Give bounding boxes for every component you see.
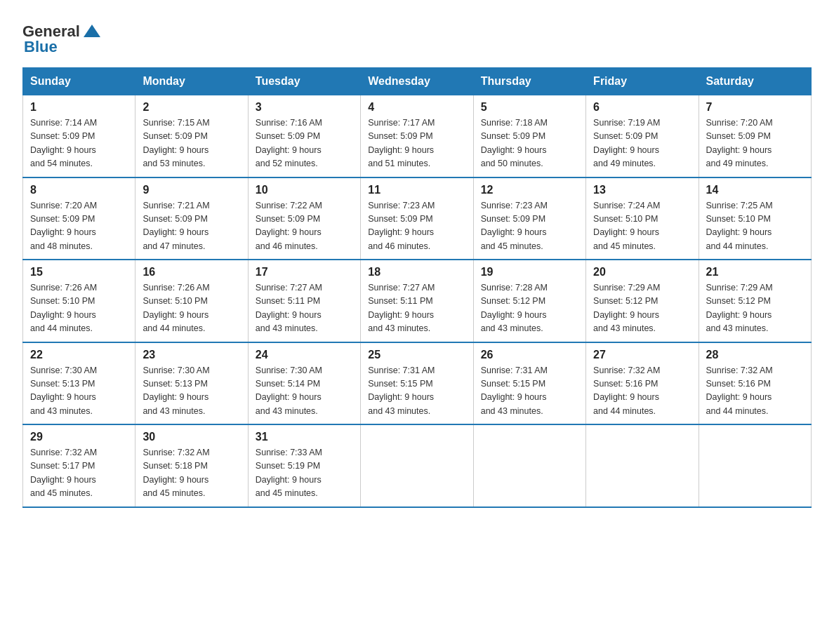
day-info: Sunrise: 7:32 AMSunset: 5:17 PMDaylight:… <box>30 446 128 501</box>
day-info: Sunrise: 7:25 AMSunset: 5:10 PMDaylight:… <box>706 199 804 254</box>
calendar-cell: 28Sunrise: 7:32 AMSunset: 5:16 PMDayligh… <box>699 342 811 425</box>
day-number: 9 <box>143 184 240 196</box>
weekday-header-friday: Friday <box>586 68 699 95</box>
day-number: 25 <box>368 349 465 361</box>
day-info: Sunrise: 7:26 AMSunset: 5:10 PMDaylight:… <box>143 281 240 336</box>
calendar-cell: 22Sunrise: 7:30 AMSunset: 5:13 PMDayligh… <box>23 342 135 425</box>
day-info: Sunrise: 7:19 AMSunset: 5:09 PMDaylight:… <box>593 116 691 171</box>
day-number: 14 <box>706 184 804 196</box>
day-number: 13 <box>593 184 691 196</box>
day-info: Sunrise: 7:24 AMSunset: 5:10 PMDaylight:… <box>593 199 691 254</box>
calendar-cell: 1Sunrise: 7:14 AMSunset: 5:09 PMDaylight… <box>23 95 135 177</box>
calendar-week-row: 1Sunrise: 7:14 AMSunset: 5:09 PMDaylight… <box>23 95 812 177</box>
day-info: Sunrise: 7:23 AMSunset: 5:09 PMDaylight:… <box>368 199 465 254</box>
calendar-cell <box>473 424 585 507</box>
day-number: 23 <box>143 349 240 361</box>
calendar-cell: 6Sunrise: 7:19 AMSunset: 5:09 PMDaylight… <box>586 95 699 177</box>
day-number: 18 <box>368 266 465 279</box>
day-info: Sunrise: 7:32 AMSunset: 5:16 PMDaylight:… <box>593 364 691 419</box>
calendar-cell: 7Sunrise: 7:20 AMSunset: 5:09 PMDaylight… <box>699 95 811 177</box>
calendar-cell: 9Sunrise: 7:21 AMSunset: 5:09 PMDaylight… <box>135 177 248 260</box>
day-number: 17 <box>256 266 353 279</box>
weekday-header-saturday: Saturday <box>699 68 811 95</box>
day-info: Sunrise: 7:27 AMSunset: 5:11 PMDaylight:… <box>368 281 465 336</box>
day-info: Sunrise: 7:30 AMSunset: 5:13 PMDaylight:… <box>30 364 128 419</box>
day-number: 15 <box>30 266 128 279</box>
day-number: 22 <box>30 349 128 361</box>
day-number: 2 <box>143 101 240 114</box>
weekday-header-tuesday: Tuesday <box>248 68 360 95</box>
calendar-week-row: 8Sunrise: 7:20 AMSunset: 5:09 PMDaylight… <box>23 177 812 260</box>
day-number: 10 <box>256 184 353 196</box>
day-info: Sunrise: 7:28 AMSunset: 5:12 PMDaylight:… <box>481 281 578 336</box>
calendar-header-row: SundayMondayTuesdayWednesdayThursdayFrid… <box>23 68 812 95</box>
calendar-cell: 27Sunrise: 7:32 AMSunset: 5:16 PMDayligh… <box>586 342 699 425</box>
day-info: Sunrise: 7:14 AMSunset: 5:09 PMDaylight:… <box>30 116 128 171</box>
calendar-cell: 21Sunrise: 7:29 AMSunset: 5:12 PMDayligh… <box>699 260 811 342</box>
day-number: 11 <box>368 184 465 196</box>
calendar-week-row: 22Sunrise: 7:30 AMSunset: 5:13 PMDayligh… <box>23 342 812 425</box>
weekday-header-sunday: Sunday <box>23 68 135 95</box>
day-number: 27 <box>593 349 691 361</box>
day-info: Sunrise: 7:17 AMSunset: 5:09 PMDaylight:… <box>368 116 465 171</box>
calendar-cell: 4Sunrise: 7:17 AMSunset: 5:09 PMDaylight… <box>361 95 473 177</box>
day-info: Sunrise: 7:15 AMSunset: 5:09 PMDaylight:… <box>143 116 240 171</box>
day-info: Sunrise: 7:18 AMSunset: 5:09 PMDaylight:… <box>481 116 578 171</box>
calendar-cell: 13Sunrise: 7:24 AMSunset: 5:10 PMDayligh… <box>586 177 699 260</box>
calendar-week-row: 15Sunrise: 7:26 AMSunset: 5:10 PMDayligh… <box>23 260 812 342</box>
logo-icon <box>83 22 101 41</box>
day-number: 28 <box>706 349 804 361</box>
calendar-cell: 24Sunrise: 7:30 AMSunset: 5:14 PMDayligh… <box>248 342 360 425</box>
day-info: Sunrise: 7:20 AMSunset: 5:09 PMDaylight:… <box>706 116 804 171</box>
calendar-cell: 23Sunrise: 7:30 AMSunset: 5:13 PMDayligh… <box>135 342 248 425</box>
calendar-cell: 14Sunrise: 7:25 AMSunset: 5:10 PMDayligh… <box>699 177 811 260</box>
weekday-header-monday: Monday <box>135 68 248 95</box>
day-number: 1 <box>30 101 128 114</box>
calendar-cell <box>361 424 473 507</box>
day-number: 31 <box>256 431 353 443</box>
day-number: 4 <box>368 101 465 114</box>
svg-marker-0 <box>84 25 100 37</box>
calendar-cell <box>586 424 699 507</box>
calendar-cell: 2Sunrise: 7:15 AMSunset: 5:09 PMDaylight… <box>135 95 248 177</box>
calendar-cell: 8Sunrise: 7:20 AMSunset: 5:09 PMDaylight… <box>23 177 135 260</box>
calendar-cell: 19Sunrise: 7:28 AMSunset: 5:12 PMDayligh… <box>473 260 585 342</box>
calendar-table: SundayMondayTuesdayWednesdayThursdayFrid… <box>22 67 812 508</box>
day-info: Sunrise: 7:22 AMSunset: 5:09 PMDaylight:… <box>256 199 353 254</box>
day-info: Sunrise: 7:29 AMSunset: 5:12 PMDaylight:… <box>706 281 804 336</box>
day-number: 6 <box>593 101 691 114</box>
logo-text-blue: Blue <box>24 38 58 56</box>
day-info: Sunrise: 7:33 AMSunset: 5:19 PMDaylight:… <box>256 446 353 501</box>
calendar-cell: 30Sunrise: 7:32 AMSunset: 5:18 PMDayligh… <box>135 424 248 507</box>
calendar-cell: 12Sunrise: 7:23 AMSunset: 5:09 PMDayligh… <box>473 177 585 260</box>
day-info: Sunrise: 7:32 AMSunset: 5:16 PMDaylight:… <box>706 364 804 419</box>
calendar-cell: 3Sunrise: 7:16 AMSunset: 5:09 PMDaylight… <box>248 95 360 177</box>
day-number: 7 <box>706 101 804 114</box>
calendar-cell: 25Sunrise: 7:31 AMSunset: 5:15 PMDayligh… <box>361 342 473 425</box>
day-info: Sunrise: 7:21 AMSunset: 5:09 PMDaylight:… <box>143 199 240 254</box>
calendar-week-row: 29Sunrise: 7:32 AMSunset: 5:17 PMDayligh… <box>23 424 812 507</box>
day-info: Sunrise: 7:26 AMSunset: 5:10 PMDaylight:… <box>30 281 128 336</box>
calendar-cell: 20Sunrise: 7:29 AMSunset: 5:12 PMDayligh… <box>586 260 699 342</box>
calendar-cell: 10Sunrise: 7:22 AMSunset: 5:09 PMDayligh… <box>248 177 360 260</box>
day-number: 20 <box>593 266 691 279</box>
day-info: Sunrise: 7:27 AMSunset: 5:11 PMDaylight:… <box>256 281 353 336</box>
day-number: 3 <box>256 101 353 114</box>
calendar-cell: 15Sunrise: 7:26 AMSunset: 5:10 PMDayligh… <box>23 260 135 342</box>
calendar-cell: 16Sunrise: 7:26 AMSunset: 5:10 PMDayligh… <box>135 260 248 342</box>
calendar-cell: 18Sunrise: 7:27 AMSunset: 5:11 PMDayligh… <box>361 260 473 342</box>
calendar-cell: 31Sunrise: 7:33 AMSunset: 5:19 PMDayligh… <box>248 424 360 507</box>
calendar-cell: 17Sunrise: 7:27 AMSunset: 5:11 PMDayligh… <box>248 260 360 342</box>
day-number: 24 <box>256 349 353 361</box>
page-header: General Blue <box>22 17 812 56</box>
day-number: 16 <box>143 266 240 279</box>
day-number: 21 <box>706 266 804 279</box>
day-info: Sunrise: 7:23 AMSunset: 5:09 PMDaylight:… <box>481 199 578 254</box>
day-number: 30 <box>143 431 240 443</box>
day-info: Sunrise: 7:30 AMSunset: 5:14 PMDaylight:… <box>256 364 353 419</box>
day-info: Sunrise: 7:30 AMSunset: 5:13 PMDaylight:… <box>143 364 240 419</box>
day-number: 26 <box>481 349 578 361</box>
day-info: Sunrise: 7:31 AMSunset: 5:15 PMDaylight:… <box>481 364 578 419</box>
calendar-cell: 26Sunrise: 7:31 AMSunset: 5:15 PMDayligh… <box>473 342 585 425</box>
day-info: Sunrise: 7:29 AMSunset: 5:12 PMDaylight:… <box>593 281 691 336</box>
